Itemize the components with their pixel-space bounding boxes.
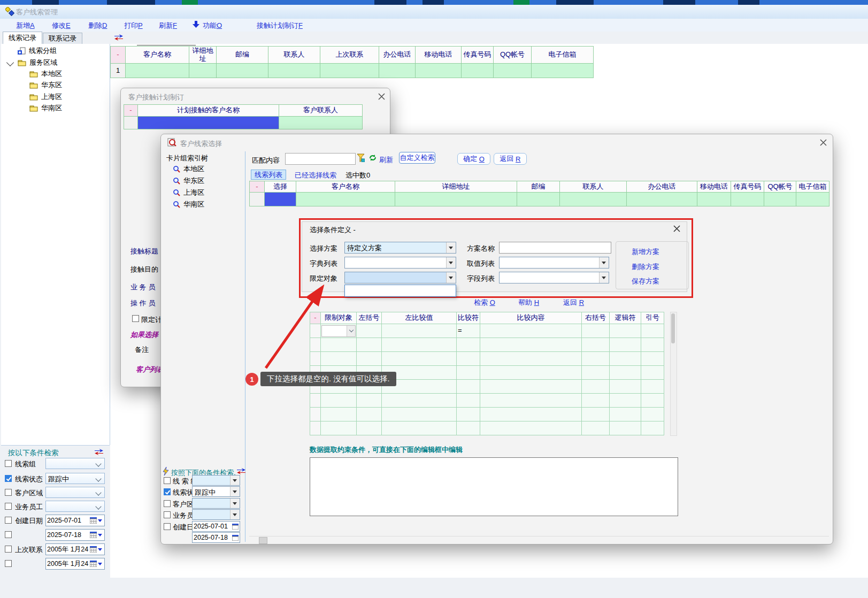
grid-cell[interactable] — [641, 324, 664, 338]
sidebar-item-south-china[interactable]: 华南区 — [29, 103, 62, 113]
toolbar-print-button[interactable]: 打印P — [124, 21, 143, 30]
table-cell[interactable] — [126, 64, 189, 78]
tree-item-south-china[interactable]: 华南区 — [173, 200, 204, 209]
custom-search-button[interactable]: 自定义检索 — [399, 152, 435, 164]
grid-cell[interactable] — [480, 324, 582, 338]
sidebar-item-east-china[interactable]: 华东区 — [29, 80, 62, 90]
grid-cell[interactable] — [457, 380, 480, 394]
grid-cell[interactable] — [610, 366, 641, 380]
checkbox-sales-staff[interactable] — [5, 503, 12, 510]
checkbox-last-contact[interactable] — [5, 546, 12, 553]
checkbox-lead-group[interactable] — [5, 460, 12, 467]
table-cell[interactable] — [697, 193, 731, 206]
column-header[interactable]: 邮编 — [217, 47, 268, 64]
column-header[interactable]: 移动电话 — [416, 47, 462, 64]
grid-cell[interactable] — [382, 352, 457, 366]
create-date-from-picker[interactable]: 2025-07-01 — [45, 515, 105, 526]
value-list-combo[interactable] — [499, 257, 609, 269]
column-header[interactable]: QQ帐号 — [494, 47, 532, 64]
table-cell[interactable] — [796, 193, 829, 206]
select-cell-selected[interactable] — [265, 193, 296, 206]
table-cell[interactable] — [296, 193, 395, 206]
grid-cell[interactable] — [457, 394, 480, 408]
combo-drop-button[interactable] — [230, 510, 240, 519]
toolbar-refresh-button[interactable]: 刷新F — [159, 21, 177, 30]
column-header[interactable]: 客户名称 — [296, 181, 395, 193]
operator-cell[interactable]: = — [457, 324, 480, 338]
column-header[interactable]: 逻辑符 — [610, 312, 641, 324]
dialog-create-date-to[interactable]: 2025-07-18 — [192, 532, 240, 543]
column-header[interactable]: 移动电话 — [697, 181, 731, 193]
column-header[interactable]: 详细地址 — [189, 47, 217, 64]
grid-cell[interactable] — [582, 324, 610, 338]
grid-cell[interactable] — [382, 324, 457, 338]
grid-cell[interactable] — [457, 352, 480, 366]
quick-filter-underline[interactable] — [137, 45, 196, 45]
column-header[interactable]: 联系人 — [268, 47, 320, 64]
checkbox-customer-region[interactable] — [5, 489, 12, 496]
grid-cell[interactable] — [582, 421, 610, 435]
combo-drop-button[interactable] — [230, 476, 240, 485]
date-drop[interactable] — [98, 532, 103, 538]
column-header[interactable]: - — [124, 105, 138, 117]
grid-cell[interactable] — [480, 352, 582, 366]
grid-cell[interactable] — [321, 421, 357, 435]
checkbox-create-date[interactable] — [5, 517, 12, 524]
date-drop[interactable] — [98, 517, 103, 524]
return-link[interactable]: 返回 R — [563, 298, 584, 308]
grid-cell[interactable] — [641, 352, 664, 366]
grid-cell[interactable] — [641, 408, 664, 421]
checkbox-lead-status[interactable] — [5, 475, 12, 482]
grid-cell[interactable] — [457, 338, 480, 352]
grid-cell[interactable] — [457, 366, 480, 380]
constraint-editor[interactable] — [310, 457, 678, 516]
dialog-status-select[interactable]: 跟踪中 — [192, 486, 240, 497]
column-header[interactable]: 计划接触的客户名称 — [138, 105, 279, 117]
grid-cell[interactable] — [582, 352, 610, 366]
tab-lead-list[interactable]: 线索列表 — [251, 170, 286, 180]
select-scheme-combo[interactable]: 待定义方案 — [344, 242, 456, 254]
grid-cell[interactable] — [357, 338, 382, 352]
grid-cell[interactable] — [382, 408, 457, 421]
swap-icon[interactable] — [94, 448, 104, 456]
grid-cell[interactable] — [480, 394, 582, 408]
grid-cell[interactable] — [582, 408, 610, 421]
add-scheme-button[interactable]: 新增方案 — [632, 247, 659, 257]
scrollbar-thumb[interactable] — [671, 313, 675, 343]
column-header[interactable]: 选择 — [265, 181, 296, 193]
column-header[interactable]: 客户名称 — [126, 47, 189, 64]
dialog-region-select[interactable] — [192, 498, 240, 509]
grid-cell[interactable] — [357, 324, 382, 338]
grid-cell[interactable] — [382, 421, 457, 435]
limit-object-dropdown-list[interactable] — [344, 285, 456, 297]
grid-cell[interactable] — [480, 380, 582, 394]
lead-status-select[interactable]: 跟踪中 — [45, 473, 105, 484]
combo-drop-button[interactable] — [599, 272, 609, 283]
grid-cell[interactable] — [610, 394, 641, 408]
grid-cell[interactable] — [357, 421, 382, 435]
grid-cell[interactable] — [382, 338, 457, 352]
table-cell[interactable] — [462, 64, 494, 78]
grid-cell[interactable] — [610, 380, 641, 394]
table-cell[interactable] — [517, 193, 560, 206]
grid-cell[interactable] — [582, 366, 610, 380]
table-cell[interactable] — [627, 193, 697, 206]
checkbox-lead-status[interactable] — [164, 488, 171, 495]
swap-icon[interactable] — [114, 34, 124, 41]
toolbar-delete-button[interactable]: 删除D — [88, 21, 107, 30]
table-cell[interactable] — [560, 193, 627, 206]
grid-cell[interactable] — [582, 380, 610, 394]
date-drop[interactable] — [98, 546, 103, 553]
swap-icon[interactable] — [236, 467, 246, 475]
column-header[interactable]: - — [111, 47, 126, 64]
column-header[interactable]: 比较内容 — [480, 312, 582, 324]
column-header[interactable]: 传真号码 — [731, 181, 764, 193]
help-link[interactable]: 帮助 H — [518, 298, 539, 308]
column-header[interactable]: 办公电话 — [379, 47, 416, 64]
combo-drop-button[interactable] — [230, 499, 240, 508]
last-contact-from-picker[interactable]: 2005年 1月24日 — [45, 543, 105, 555]
grid-cell[interactable] — [457, 421, 480, 435]
column-header[interactable]: 上次联系 — [320, 47, 379, 64]
back-button[interactable]: 返回 R — [494, 153, 527, 165]
grid-cell[interactable] — [641, 421, 664, 435]
